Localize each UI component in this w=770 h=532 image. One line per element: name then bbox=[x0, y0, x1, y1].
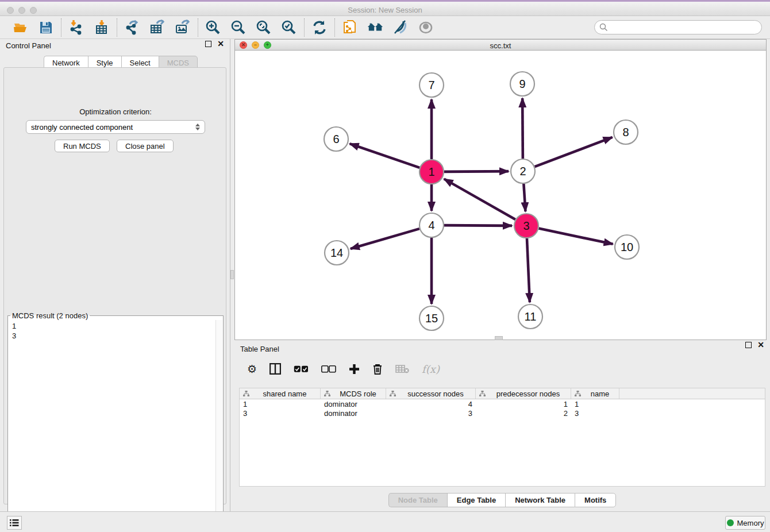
table-cell[interactable]: 3 bbox=[571, 409, 619, 418]
zoom-in-icon[interactable] bbox=[205, 20, 221, 36]
settings-icon[interactable]: ⚙ bbox=[247, 363, 257, 376]
edge-1-6[interactable] bbox=[350, 144, 420, 168]
title-bar: Session: New Session bbox=[0, 0, 770, 16]
mcds-result-title: MCDS result (2 nodes) bbox=[10, 311, 90, 320]
edge-4-14[interactable] bbox=[351, 229, 419, 249]
memory-status-icon bbox=[727, 519, 734, 526]
hide-graphics-icon[interactable] bbox=[392, 20, 409, 36]
tab-network-table[interactable]: Network Table bbox=[505, 493, 575, 507]
export-image-icon[interactable] bbox=[175, 20, 191, 36]
function-builder-icon: f(x) bbox=[422, 363, 440, 375]
clear-selection-icon[interactable] bbox=[321, 365, 336, 373]
table-header-row: shared nameMCDS rolesuccessor nodesprede… bbox=[240, 388, 765, 399]
node-table: shared nameMCDS rolesuccessor nodesprede… bbox=[239, 388, 765, 487]
delete-column-icon[interactable] bbox=[372, 363, 383, 375]
sort-icon bbox=[324, 391, 330, 397]
open-session-icon[interactable] bbox=[13, 20, 29, 36]
sort-icon bbox=[575, 391, 581, 397]
table-cell[interactable]: 4 bbox=[386, 400, 476, 408]
refresh-icon[interactable] bbox=[311, 20, 328, 36]
status-bar: Memory bbox=[0, 511, 770, 532]
session-title: Session: New Session bbox=[0, 6, 770, 14]
mcds-result-box: MCDS result (2 nodes) 1 3 bbox=[7, 311, 224, 529]
zoom-selected-icon[interactable] bbox=[281, 20, 297, 36]
edge-2-9[interactable] bbox=[522, 98, 523, 159]
table-panel-tabs: Node TableEdge TableNetwork TableMotifs bbox=[234, 493, 770, 507]
delete-table-icon bbox=[395, 364, 409, 373]
save-session-icon[interactable] bbox=[38, 20, 54, 36]
node-label-6: 6 bbox=[333, 133, 339, 145]
show-graphics-icon[interactable] bbox=[418, 20, 434, 36]
zoom-out-icon[interactable] bbox=[230, 20, 247, 36]
table-body: 1dominator4113dominator323 bbox=[240, 399, 765, 418]
optimization-criterion-label: Optimization criterion: bbox=[4, 107, 227, 116]
edge-2-8[interactable] bbox=[535, 137, 613, 167]
node-label-9: 9 bbox=[519, 78, 525, 90]
memory-button[interactable]: Memory bbox=[725, 516, 765, 530]
main-toolbar bbox=[0, 16, 770, 39]
column-header-shared-name[interactable]: shared name bbox=[240, 388, 321, 399]
table-cell[interactable]: 3 bbox=[386, 409, 476, 418]
sort-icon bbox=[243, 391, 249, 397]
edge-3-1[interactable] bbox=[444, 179, 515, 219]
network-window-titlebar[interactable]: ✕ − + scc.txt bbox=[235, 40, 766, 51]
table-cell[interactable]: 3 bbox=[240, 409, 321, 418]
run-mcds-button[interactable]: Run MCDS bbox=[55, 140, 110, 152]
node-label-10: 10 bbox=[621, 241, 633, 253]
select-all-icon[interactable] bbox=[294, 365, 309, 373]
table-row[interactable]: 1dominator411 bbox=[240, 399, 765, 408]
network-view-window: ✕ − + scc.txt 7968124314101511 bbox=[234, 39, 767, 340]
column-selector-icon[interactable] bbox=[270, 363, 281, 375]
table-cell[interactable]: 1 bbox=[476, 400, 571, 408]
cyndex-icon[interactable] bbox=[367, 20, 383, 36]
node-label-3: 3 bbox=[523, 219, 529, 232]
tab-motifs[interactable]: Motifs bbox=[575, 493, 616, 507]
float-table-panel-icon[interactable] bbox=[745, 342, 752, 348]
close-panel-button[interactable]: Close panel bbox=[117, 140, 174, 152]
splitter-handle[interactable] bbox=[230, 270, 234, 279]
column-header-MCDS-role[interactable]: MCDS role bbox=[321, 388, 386, 399]
criterion-value: strongly connected component bbox=[31, 123, 195, 132]
sort-icon bbox=[390, 391, 396, 397]
table-cell[interactable]: 1 bbox=[571, 400, 619, 408]
edge-3-10[interactable] bbox=[539, 229, 613, 244]
result-scrollbar[interactable] bbox=[215, 320, 222, 522]
tab-edge-table[interactable]: Edge Table bbox=[447, 493, 505, 507]
task-history-button[interactable] bbox=[7, 516, 22, 530]
export-network-icon[interactable] bbox=[124, 20, 140, 36]
zoom-fit-icon[interactable] bbox=[256, 20, 272, 36]
network-window-title: scc.txt bbox=[235, 41, 766, 50]
node-label-14: 14 bbox=[330, 246, 343, 259]
column-header-predecessor-nodes[interactable]: predecessor nodes bbox=[476, 388, 571, 399]
column-header-name[interactable]: name bbox=[571, 388, 619, 399]
mcds-result-text[interactable]: 1 3 bbox=[9, 320, 215, 522]
import-table-icon[interactable] bbox=[94, 20, 110, 36]
node-label-8: 8 bbox=[622, 126, 629, 138]
float-panel-icon[interactable] bbox=[205, 41, 211, 47]
table-row[interactable]: 3dominator323 bbox=[240, 408, 765, 418]
add-column-icon[interactable] bbox=[349, 364, 360, 375]
column-header-successor-nodes[interactable]: successor nodes bbox=[386, 388, 476, 399]
criterion-dropdown[interactable]: strongly connected component bbox=[26, 120, 205, 134]
edge-2-3[interactable] bbox=[523, 184, 525, 211]
table-cell[interactable]: 2 bbox=[476, 409, 571, 418]
close-panel-icon[interactable]: ✕ bbox=[217, 41, 224, 47]
table-cell[interactable]: 1 bbox=[240, 400, 321, 408]
export-table-icon[interactable] bbox=[149, 20, 165, 36]
mcds-panel: Optimization criterion: strongly connect… bbox=[3, 67, 226, 504]
close-table-panel-icon[interactable]: ✕ bbox=[757, 342, 764, 348]
search-input[interactable] bbox=[611, 23, 757, 32]
duplicate-network-icon[interactable] bbox=[342, 20, 358, 36]
edge-3-11[interactable] bbox=[527, 238, 530, 302]
node-label-4: 4 bbox=[428, 219, 434, 232]
network-canvas[interactable]: 7968124314101511 bbox=[235, 51, 766, 340]
table-cell[interactable]: dominator bbox=[321, 409, 386, 418]
edge-1-2[interactable] bbox=[444, 171, 509, 172]
network-resize-handle[interactable] bbox=[495, 336, 503, 340]
tab-node-table[interactable]: Node Table bbox=[388, 493, 447, 507]
import-network-icon[interactable] bbox=[68, 20, 84, 36]
edge-4-3[interactable] bbox=[444, 225, 512, 226]
table-cell[interactable]: dominator bbox=[321, 400, 386, 408]
node-label-1: 1 bbox=[428, 165, 434, 178]
search-box[interactable] bbox=[594, 20, 762, 34]
